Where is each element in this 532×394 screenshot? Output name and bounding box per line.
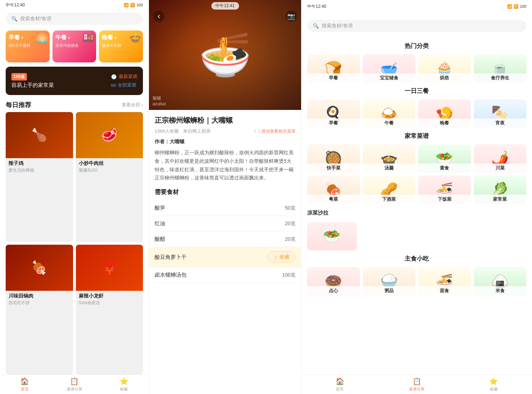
status-time-detail: 中午12:41 bbox=[211, 2, 239, 10]
cat-item-mi[interactable]: 🍙 米食 bbox=[474, 267, 527, 295]
food-item-0[interactable]: 🍗 辣子鸡 爱生活的馋猫 bbox=[6, 112, 73, 242]
ingredient-amount-2: 20克 bbox=[285, 236, 295, 243]
kuaishou-label: 快手菜 bbox=[307, 163, 360, 173]
cat-item-dinner[interactable]: 🍤 晚餐 bbox=[418, 99, 471, 128]
cat-item-hongpei[interactable]: 🧁 烘焙 bbox=[418, 54, 471, 83]
cat-item-chuan[interactable]: 🌶️ 川菜 bbox=[474, 144, 527, 173]
yue-label: 粤菜 bbox=[307, 195, 360, 204]
cat-item-baobao[interactable]: 🥣 宝宝辅食 bbox=[363, 54, 416, 83]
baobao-label: 宝宝辅食 bbox=[363, 73, 416, 83]
ingredient-name-2: 酸醋 bbox=[155, 236, 165, 243]
dinner-card[interactable]: 🍲 晚餐 › 健康不长胖 bbox=[99, 30, 143, 62]
status-icons-cat: 📶 🛜 100 bbox=[507, 4, 526, 9]
favorites-count: 1366人收藏 bbox=[155, 128, 179, 134]
back-button[interactable]: ‹ bbox=[153, 11, 165, 22]
cat-item-tang[interactable]: 🍲 汤羹 bbox=[363, 144, 416, 173]
ingredient-2: 酸醋 20克 bbox=[155, 232, 295, 247]
collect-label: 收藏 bbox=[279, 254, 289, 260]
jiachang-grid-2: 🍖 粤菜 🥜 下酒菜 🍜 下饭菜 🥬 家常菜 bbox=[307, 176, 526, 204]
latest-recipe-link[interactable]: 🕐 最新菜谱 bbox=[111, 73, 137, 80]
dianxin-label: 点心 bbox=[307, 286, 360, 295]
food-item-2[interactable]: 🍖 川味回锅肉 四毛吃不胖 bbox=[6, 245, 73, 374]
cat-home-icon: 🏠 bbox=[336, 377, 344, 385]
star-icon: ☆ bbox=[273, 254, 278, 260]
cat-item-xiajiu[interactable]: 🥜 下酒菜 bbox=[363, 176, 416, 204]
food-info-0: 辣子鸡 爱生活的馋猫 bbox=[6, 158, 73, 176]
cat-nav-favorites[interactable]: ⭐ 收藏 bbox=[455, 375, 532, 394]
cat-item-liangcai[interactable]: 🥗 bbox=[307, 222, 357, 250]
status-icons-home: 📶 🛜 100 bbox=[124, 3, 143, 7]
cat-item-zhou[interactable]: 🍚 粥品 bbox=[363, 267, 416, 295]
nav-favorites[interactable]: ⭐ 收藏 bbox=[99, 375, 149, 394]
shiliao-label: 食疗养生 bbox=[474, 73, 527, 83]
chuan-label: 川菜 bbox=[474, 163, 527, 173]
favorites-nav-label: 收藏 bbox=[120, 387, 128, 392]
lunch-title: 午餐 › bbox=[55, 34, 70, 41]
all-recipe-link[interactable]: 🍽 全部菜谱 bbox=[111, 82, 137, 88]
cat-item-mian[interactable]: 🍜 面食 bbox=[418, 267, 471, 295]
hero-watermark: 菊螺azuiluo bbox=[153, 95, 166, 106]
cat-item-xiafan[interactable]: 🍜 下饭菜 bbox=[418, 176, 471, 204]
categories-nav-label: 菜谱分类 bbox=[67, 387, 82, 392]
cat-nav-categories[interactable]: 📋 菜谱分类 bbox=[378, 375, 455, 394]
cat-item-lunch[interactable]: 🍛 午餐 bbox=[363, 99, 416, 128]
lunch-card[interactable]: 🍱 午餐 › 营养均衡膳食 bbox=[52, 30, 96, 62]
food-item-3[interactable]: 🦞 麻辣小龙虾 SAN食夜语 bbox=[76, 245, 143, 374]
banner-section[interactable]: 100道 容易上手的家常菜 🕐 最新菜谱 🍽 全部菜谱 bbox=[6, 67, 143, 95]
dinner-cat-label: 晚餐 bbox=[418, 118, 471, 128]
lunch-sub: 营养均衡膳食 bbox=[55, 43, 79, 48]
food-name-0: 辣子鸡 bbox=[9, 160, 70, 167]
daily-more[interactable]: 查看全部 › bbox=[122, 102, 143, 108]
nav-home[interactable]: 🏠 首页 bbox=[0, 375, 50, 394]
recipe-meta: 1366人收藏 来自网上厨房 《《 滑动查看相关菜谱 bbox=[155, 128, 295, 134]
cat-item-dianxin[interactable]: 🍩 点心 bbox=[307, 267, 360, 295]
breakfast-card[interactable]: 🌅 早餐 › 365天不重样 bbox=[6, 30, 50, 62]
cat-search-icon: 🔍 bbox=[313, 23, 319, 29]
food-name-1: 小炒牛肉丝 bbox=[79, 160, 140, 167]
sushi-label: 素食 bbox=[418, 163, 471, 173]
search-bar-home[interactable]: 🔍 搜索食材/食谱 bbox=[6, 13, 143, 25]
share-button[interactable]: 📷 bbox=[286, 11, 297, 22]
hero-food-visual: 🍜 bbox=[149, 0, 301, 110]
bottom-nav-cat: 🏠 首页 📋 菜谱分类 ⭐ 收藏 bbox=[301, 374, 532, 394]
cat-item-sushi[interactable]: 🥗 素食 bbox=[418, 144, 471, 173]
cat-item-shiliao[interactable]: 🍵 食疗养生 bbox=[474, 54, 527, 83]
cat-favorites-icon: ⭐ bbox=[489, 377, 498, 385]
cat-item-kuaishou[interactable]: 🥘 快手菜 bbox=[307, 144, 360, 173]
cat-item-yue[interactable]: 🍖 粤菜 bbox=[307, 176, 360, 204]
cat-search-bar[interactable]: 🔍 搜索食材/食谱 bbox=[307, 20, 526, 32]
status-time-home: 中午12:40 bbox=[6, 2, 25, 8]
nav-categories[interactable]: 📋 菜谱分类 bbox=[50, 375, 99, 394]
ingredient-name-1: 红油 bbox=[155, 220, 165, 227]
lunch-icon: 🍱 bbox=[82, 32, 95, 44]
cat-item-jiachang2[interactable]: 🥬 家常菜 bbox=[474, 176, 527, 204]
cat-search-placeholder: 搜索食材/食谱 bbox=[322, 23, 353, 29]
hot-categories-grid: 🍞 早餐 🥣 宝宝辅食 🧁 烘焙 🍵 食疗养生 bbox=[307, 54, 526, 83]
search-icon-home: 🔍 bbox=[11, 16, 17, 22]
cat-favorites-label: 收藏 bbox=[490, 387, 498, 392]
categories-nav-icon: 📋 bbox=[70, 377, 79, 385]
banner-links: 🕐 最新菜谱 🍽 全部菜谱 bbox=[111, 73, 137, 88]
status-time-cat: 中午12:40 bbox=[307, 4, 326, 10]
mian-label: 面食 bbox=[418, 286, 471, 295]
food-item-1[interactable]: 🥩 小炒牛肉丝 菊娜JUJU bbox=[76, 112, 143, 242]
banner-badge: 100道 bbox=[11, 73, 27, 81]
cat-item-zaofan[interactable]: 🍞 早餐 bbox=[307, 54, 360, 83]
cat-item-breakfast[interactable]: 🍳 早餐 bbox=[307, 99, 360, 128]
signal-icon: 📶 bbox=[124, 3, 129, 7]
ingredient-amount-1: 20克 bbox=[285, 221, 295, 227]
recipe-description: 柳州螺蛳粉，正一跃成为横扫酸辣粉，放倒火鸡面的新晋网红美食，其中好欢螺更是此波网… bbox=[155, 149, 295, 182]
collect-button[interactable]: ☆ 收藏 bbox=[267, 251, 295, 263]
panel-detail: 🍜 菊螺azuiluo 中午12:41 ‹ 📷 正宗柳州螺蛳粉｜大嘴螺 1366… bbox=[149, 0, 301, 394]
section-title-jiachang: 家常菜谱 bbox=[307, 132, 526, 140]
detail-content: 正宗柳州螺蛳粉｜大嘴螺 1366人收藏 来自网上厨房 《《 滑动查看相关菜谱 作… bbox=[149, 110, 301, 394]
source: 来自网上厨房 bbox=[183, 128, 211, 134]
panel-home: 中午12:40 📶 🛜 100 🔍 搜索食材/食谱 🌅 早餐 › 365天不重样… bbox=[0, 0, 149, 394]
liangcai-section: 凉菜沙拉 bbox=[307, 207, 526, 219]
search-placeholder-home: 搜索食材/食谱 bbox=[20, 16, 51, 22]
dish-icon: 🍽 bbox=[111, 83, 116, 88]
night-cat-label: 宵夜 bbox=[474, 118, 527, 128]
liangcai-img: 🥗 bbox=[307, 222, 357, 250]
cat-item-night[interactable]: 🍢 宵夜 bbox=[474, 99, 527, 128]
cat-nav-home[interactable]: 🏠 首页 bbox=[301, 375, 378, 394]
